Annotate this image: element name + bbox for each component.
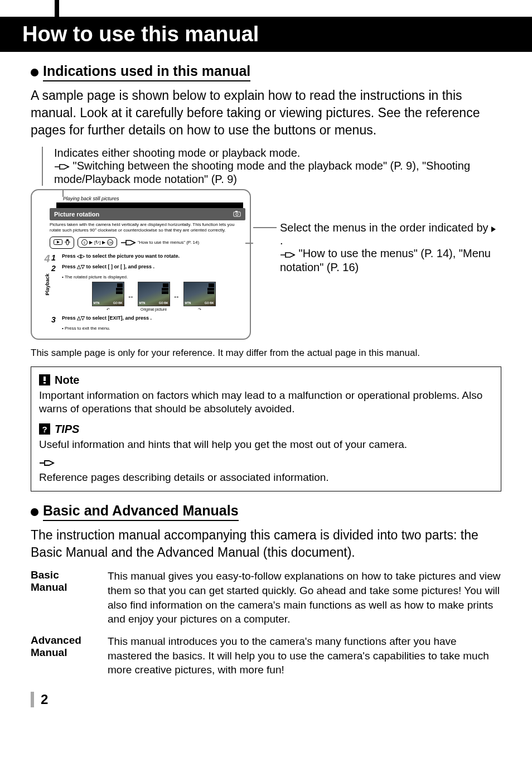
sample-step-3-sub: • Press to exit the menu.	[62, 326, 245, 331]
callout-connector-line	[253, 227, 277, 228]
sample-section-bar: Picture rotation	[50, 208, 245, 220]
indicator-legend-box: Note Important information on factors wh…	[31, 367, 501, 492]
sample-header-caption: Playing back still pictures	[63, 196, 245, 201]
page-title-bar: How to use this manual	[0, 17, 532, 52]
sample-step-3: 3 Press △▽ to select [EXIT], and press .	[50, 315, 245, 324]
note-title: Note	[55, 374, 79, 387]
section-manuals-title: Basic and Advanced Manuals	[43, 503, 239, 521]
ok-button-icon: OK	[107, 239, 113, 245]
note-body: Important information on factors which m…	[39, 389, 493, 416]
step-number: 2	[50, 264, 57, 273]
callout-top-line2: "Switching between the shooting mode and…	[54, 160, 501, 186]
tips-title: TIPS	[55, 423, 79, 436]
sample-step-1: 1 Press ◁▷ to select the picture you wan…	[50, 253, 245, 262]
callout-menu-order: Select the menus in the order indicated …	[258, 189, 501, 273]
sample-thumbnails: MTN GO BK ↶ ↔ MTN GO BK	[62, 282, 245, 312]
sample-step-2: 2 Press △▽ to select [ ] or [ ], and pre…	[50, 264, 245, 273]
bullet-icon	[31, 508, 38, 516]
step-number: 1	[50, 253, 57, 262]
callout-connector-line	[42, 147, 43, 186]
triangle-right-icon	[491, 226, 496, 232]
rotate-right-icon: ↷	[198, 307, 201, 312]
step-number: 3	[50, 315, 57, 324]
definition-term: Advanced Manual	[31, 634, 98, 677]
reference-hand-icon	[280, 248, 296, 261]
svg-rect-8	[43, 377, 46, 381]
section-manuals-heading: Basic and Advanced Manuals	[31, 503, 501, 521]
switch-lever-icon	[65, 239, 70, 247]
svg-rect-9	[43, 382, 46, 384]
chevron-right-icon: ▶	[89, 240, 93, 245]
sample-disclaimer: This sample page is only for your refere…	[31, 348, 501, 359]
callout-top-line1: Indicates either shooting mode or playba…	[54, 147, 501, 160]
playback-mode-box	[50, 237, 74, 249]
menu-path-box: ≡ ▶ [↻] ▶ OK	[78, 237, 117, 248]
sample-btn-tail: "How to use the menus" (P. 14)	[120, 238, 199, 247]
reference-hand-icon	[120, 238, 136, 247]
definition-term: Basic Manual	[31, 569, 98, 626]
playback-icon	[54, 239, 62, 246]
svg-point-2	[236, 213, 238, 215]
callout-connector-line	[245, 243, 253, 244]
page-number-row: 2	[31, 692, 501, 707]
section-indications-title: Indications used in this manual	[43, 63, 250, 81]
callout-right-line2: "How to use the menus" (P. 14), "Menu no…	[280, 247, 501, 273]
thumbnail-rotated-right: MTN GO BK	[183, 282, 216, 306]
svg-rect-0	[234, 212, 240, 216]
section-manuals-body: The instruction manual accompanying this…	[31, 527, 501, 561]
sample-paragraph: Pictures taken with the camera held vert…	[50, 222, 245, 233]
note-icon	[39, 374, 50, 385]
menu-button-icon: ≡	[81, 239, 88, 245]
rotate-left-icon: ↶	[107, 307, 110, 312]
reference-body: Reference pages describing details or as…	[39, 471, 493, 485]
sample-step-2-sub: • The rotated picture is displayed.	[62, 274, 245, 279]
sample-bar-label: Picture rotation	[54, 211, 99, 218]
section-indications-heading: Indications used in this manual	[31, 63, 501, 81]
rotate-option-icon: [↻]	[94, 240, 100, 245]
definition-advanced-manual: Advanced Manual This manual introduces y…	[31, 634, 501, 677]
callout-shooting-playback: Indicates either shooting mode or playba…	[31, 147, 501, 186]
page-number-bar	[31, 692, 34, 707]
svg-rect-1	[235, 211, 238, 212]
thumbnail-original: MTN GO BK	[138, 282, 170, 306]
thumbnail-rotated-left: MTN GO BK	[92, 282, 124, 306]
page-title: How to use this manual	[22, 22, 259, 46]
arrow-icon: ↔	[128, 293, 134, 301]
definition-body: This manual gives you easy-to-follow exp…	[108, 569, 501, 626]
chevron-right-icon: ▶	[102, 240, 105, 245]
reference-hand-icon	[39, 459, 55, 469]
step-text: Press △▽ to select [EXIT], and press .	[62, 315, 245, 324]
svg-point-5	[67, 239, 69, 241]
sample-header-strip	[56, 202, 243, 208]
thumbnail-caption: Original picture	[141, 307, 167, 311]
callout-right-line1: Select the menus in the order indicated …	[280, 221, 501, 247]
tips-icon: ?	[39, 423, 50, 435]
arrow-icon: ↔	[173, 293, 180, 301]
camera-icon	[233, 210, 241, 218]
top-tab-strip	[31, 0, 501, 17]
definition-body: This manual introduces you to the camera…	[108, 634, 501, 677]
page-number: 2	[41, 692, 48, 707]
step-text: Press △▽ to select [ ] or [ ], and press…	[62, 264, 245, 273]
sample-button-row: ≡ ▶ [↻] ▶ OK "How to use the menus" (P. …	[50, 237, 245, 249]
tips-body: Useful information and hints that will h…	[39, 438, 493, 452]
sample-page-figure: Playing back still pictures 4 Playback P…	[31, 189, 251, 339]
section-indications-body: A sample page is shown below to explain …	[31, 87, 501, 139]
reference-hand-icon	[54, 160, 70, 173]
sample-side-tab: 4 Playback	[36, 208, 46, 332]
definition-basic-manual: Basic Manual This manual gives you easy-…	[31, 569, 501, 626]
bullet-icon	[31, 69, 38, 76]
step-text: Press ◁▷ to select the picture you want …	[62, 253, 245, 262]
sample-side-label: Playback	[45, 274, 50, 296]
